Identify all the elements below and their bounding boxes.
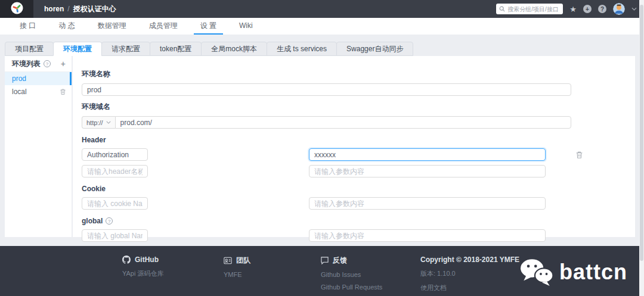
footer-version: 版本: 1.10.0: [420, 269, 519, 278]
cookie-value-input[interactable]: [309, 197, 546, 210]
wechat-icon: [519, 258, 554, 286]
battcn-text: battcn: [559, 260, 627, 285]
subtab-env-config[interactable]: 环境配置: [53, 42, 102, 56]
add-project-icon[interactable]: +: [583, 5, 592, 13]
github-icon: [122, 256, 131, 264]
env-item-label: prod: [12, 74, 26, 83]
search-icon: [499, 6, 505, 12]
footer-title-text: Copyright © 2018-2021 YMFE: [420, 256, 519, 264]
env-sidebar: 环境列表 ? + prod local: [5, 56, 72, 237]
footer-feedback-title: 反馈: [321, 256, 420, 266]
env-list-help-icon[interactable]: ?: [44, 60, 51, 67]
subtab-project-config[interactable]: 项目配置: [5, 42, 54, 56]
header-row-2: [82, 165, 635, 177]
feedback-icon: [321, 257, 329, 264]
footer-copyright-title: Copyright © 2018-2021 YMFE: [420, 256, 519, 264]
battcn-watermark: battcn: [519, 258, 627, 286]
subtab-swagger-sync[interactable]: Swagger自动同步: [336, 42, 413, 56]
subtab-ts-services[interactable]: 生成 ts services: [267, 42, 337, 56]
search-input[interactable]: [507, 6, 560, 13]
cookie-row: [82, 197, 635, 210]
cookie-name-input[interactable]: [82, 197, 148, 210]
footer-title-text: GitHub: [135, 256, 159, 264]
settings-subtabs: 项目配置 环境配置 请求配置 token配置 全局mock脚本 生成 ts se…: [5, 42, 644, 56]
footer-link-docs[interactable]: 使用文档: [420, 283, 519, 292]
header-value-input[interactable]: [309, 148, 546, 161]
global-search: [496, 4, 563, 14]
cookie-section-label: Cookie: [82, 185, 635, 193]
scrollbar[interactable]: [639, 0, 644, 296]
footer-github-title: GitHub: [122, 256, 224, 264]
env-domain-group: http://: [82, 116, 571, 129]
env-domain-label: 环境域名: [82, 102, 635, 112]
header-value-input[interactable]: [309, 165, 546, 177]
delete-header-row-icon[interactable]: [575, 151, 583, 159]
env-domain-input[interactable]: [115, 116, 571, 129]
header-row-1: [82, 148, 635, 161]
help-center-icon[interactable]: ?: [598, 5, 606, 13]
footer-title-text: 反馈: [333, 256, 347, 266]
footer-title-text: 团队: [236, 256, 250, 266]
header-section-label: Header: [82, 136, 635, 144]
env-name-label: 环境名称: [82, 69, 635, 79]
yapi-logo[interactable]: [0, 0, 33, 18]
content-area: 环境列表 ? + prod local 环境名称 环境域名 http://: [5, 56, 635, 237]
user-menu-chevron-icon[interactable]: [631, 7, 637, 11]
env-item-local[interactable]: local: [5, 85, 72, 98]
top-bar: horen / 授权认证中心 ★ + ?: [0, 0, 644, 18]
global-name-input[interactable]: [82, 229, 148, 242]
footer-col-github: GitHub YApi 源码仓库: [122, 256, 224, 292]
protocol-value: http://: [86, 119, 103, 126]
nav-tab-settings[interactable]: 设 置: [189, 18, 228, 35]
project-nav: 接 口 动 态 数据管理 成员管理 设 置 Wiki: [0, 18, 644, 35]
topbar-actions: ★ + ?: [496, 3, 644, 15]
team-icon: [224, 257, 232, 264]
nav-tab-interface[interactable]: 接 口: [8, 18, 47, 35]
global-section-label: global ?: [82, 217, 635, 225]
footer-link-github-prs[interactable]: Github Pull Requests: [321, 283, 420, 291]
global-label-text: global: [82, 217, 103, 225]
env-item-label: local: [12, 88, 27, 96]
yapi-logo-icon: [11, 2, 23, 17]
header-name-input[interactable]: [82, 165, 148, 177]
env-config-panel: 环境名称 环境域名 http:// Header Cookie: [73, 56, 635, 237]
global-help-icon[interactable]: ?: [106, 217, 113, 225]
env-list-title: 环境列表: [12, 59, 41, 69]
chevron-down-icon: [106, 121, 111, 124]
breadcrumb-project[interactable]: 授权认证中心: [73, 4, 116, 14]
avatar[interactable]: [613, 3, 625, 15]
footer-col-copyright: Copyright © 2018-2021 YMFE 版本: 1.10.0 使用…: [420, 256, 519, 292]
footer-team-title: 团队: [224, 256, 321, 266]
global-value-input[interactable]: [309, 229, 546, 242]
footer-link-github-issues[interactable]: Github Issues: [321, 271, 420, 278]
header-name-input[interactable]: [82, 148, 148, 161]
footer: GitHub YApi 源码仓库 团队 YMFE 反馈 Github Issue…: [0, 246, 644, 296]
scrollbar-thumb[interactable]: [640, 5, 643, 261]
star-icon[interactable]: ★: [569, 5, 577, 13]
env-item-prod[interactable]: prod: [5, 72, 72, 85]
footer-link-ymfe[interactable]: YMFE: [224, 271, 321, 278]
env-name-input[interactable]: [82, 83, 571, 96]
footer-link-yapi-repo[interactable]: YApi 源码仓库: [122, 269, 224, 278]
add-env-icon[interactable]: +: [61, 60, 66, 68]
breadcrumb-separator: /: [67, 5, 69, 13]
env-list-header: 环境列表 ? +: [5, 56, 72, 72]
footer-col-feedback: 反馈 Github Issues Github Pull Requests: [321, 256, 420, 292]
subtab-request-config[interactable]: 请求配置: [101, 42, 150, 56]
breadcrumb: horen / 授权认证中心: [44, 4, 116, 14]
delete-env-icon[interactable]: [60, 88, 66, 95]
subtab-token-config[interactable]: token配置: [150, 42, 202, 56]
footer-col-team: 团队 YMFE: [224, 256, 321, 292]
protocol-select[interactable]: http://: [82, 116, 115, 129]
breadcrumb-group[interactable]: horen: [44, 5, 64, 13]
nav-tab-wiki[interactable]: Wiki: [228, 18, 264, 35]
nav-tab-data-manage[interactable]: 数据管理: [86, 18, 138, 35]
subtab-mock-script[interactable]: 全局mock脚本: [201, 42, 267, 56]
global-row: [82, 229, 635, 242]
nav-tab-members[interactable]: 成员管理: [138, 18, 189, 35]
nav-tab-activity[interactable]: 动 态: [47, 18, 86, 35]
